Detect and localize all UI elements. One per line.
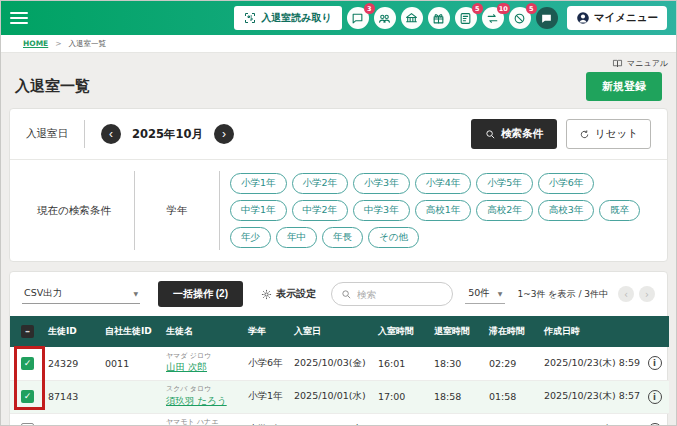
bulk-action-button[interactable]: 一括操作 (2) xyxy=(158,281,243,307)
page-title: 入退室一覧 xyxy=(15,77,90,96)
grade-chip[interactable]: 高校2年 xyxy=(476,200,533,221)
col-stay-time: 滞在時間 xyxy=(486,316,541,347)
table-row: ✓ 24329 0011 ヤマダ ジロウ 山田 次郎 小学6年 2025/10/… xyxy=(10,347,669,380)
chat-button[interactable]: 3 xyxy=(347,7,369,29)
page-size-select[interactable]: 50件 ▼ xyxy=(465,284,505,304)
my-menu-button[interactable]: マイメニュー xyxy=(567,6,667,30)
grade-chip[interactable]: 小学3年 xyxy=(353,173,410,194)
manual-link[interactable]: マニュアル xyxy=(627,58,668,69)
breadcrumb-home-link[interactable]: HOME xyxy=(23,39,48,48)
search-conditions-label: 検索条件 xyxy=(501,127,543,141)
toolbar-prev-button[interactable]: ‹ xyxy=(618,286,634,302)
cell-created-at: 2025/10/23(木) 8:58 xyxy=(541,413,640,426)
divider xyxy=(219,171,220,250)
manual-book-icon xyxy=(612,59,623,68)
grade-chip[interactable]: 年長 xyxy=(322,227,363,248)
cell-student-id: 24329 xyxy=(45,347,102,380)
gift-button[interactable] xyxy=(428,7,450,29)
checklist-button[interactable]: 5 xyxy=(455,7,477,29)
col-company-student-id: 自社生徒ID xyxy=(102,316,163,347)
checklist-badge: 5 xyxy=(472,3,483,14)
transfer-button[interactable]: 10 xyxy=(482,7,504,29)
message-button[interactable] xyxy=(536,7,558,29)
grade-chip[interactable]: 既卒 xyxy=(599,200,640,221)
row-checkbox-checked[interactable]: ✓ xyxy=(21,390,34,403)
entry-date-label: 入退室日 xyxy=(26,127,68,141)
cell-grade: 小学1年 xyxy=(245,380,291,413)
table-row: ✓ 87143 スクバ タロウ 須玖羽 たろう 小学1年 2025/10/01(… xyxy=(10,380,669,413)
grade-chip[interactable]: 小学1年 xyxy=(230,173,287,194)
transfer-icon xyxy=(486,12,499,25)
app-header: 入退室読み取り 3 5 10 5 マイメニュー xyxy=(1,1,676,35)
grade-chip[interactable]: 高校1年 xyxy=(415,200,472,221)
building-button[interactable] xyxy=(401,7,423,29)
cell-grade: 小学6年 xyxy=(245,347,291,380)
breadcrumb-current: 入退室一覧 xyxy=(69,39,107,49)
entry-exit-scan-button[interactable]: 入退室読み取り xyxy=(234,6,341,30)
grade-chip[interactable]: 高校3年 xyxy=(538,200,595,221)
col-grade: 学年 xyxy=(245,316,291,347)
checklist-icon xyxy=(459,12,472,25)
grade-chip[interactable]: 年中 xyxy=(276,227,317,248)
current-conditions-label: 現在の検索条件 xyxy=(24,171,124,250)
display-settings-label: 表示設定 xyxy=(276,287,316,301)
month-next-button[interactable]: › xyxy=(214,124,234,144)
csv-export-select[interactable]: CSV出力 ▼ xyxy=(22,284,140,304)
scan-button-label: 入退室読み取り xyxy=(261,11,331,25)
qr-scan-icon xyxy=(244,12,256,24)
reset-button[interactable]: リセット xyxy=(566,119,651,149)
grade-chip[interactable]: 小学6年 xyxy=(538,173,595,194)
csv-export-label: CSV出力 xyxy=(24,287,62,300)
student-name-link[interactable]: 須玖羽 たろう xyxy=(166,395,227,406)
cell-stay-time: 01:24 xyxy=(486,413,541,426)
search-icon xyxy=(341,289,352,300)
grade-chip[interactable]: その他 xyxy=(368,227,419,248)
grade-chip[interactable]: 中学1年 xyxy=(230,200,287,221)
toolbar-next-button[interactable]: › xyxy=(639,286,655,302)
row-checkbox-checked[interactable]: ✓ xyxy=(21,357,34,370)
hamburger-menu-icon[interactable] xyxy=(10,12,28,24)
select-all-checkbox[interactable]: – xyxy=(21,325,34,338)
cell-entry-date: 2025/10/03(金) xyxy=(291,347,375,380)
cell-exit-time: 16:06 xyxy=(431,413,486,426)
col-exit-time: 退室時間 xyxy=(431,316,486,347)
gift-icon xyxy=(432,12,445,25)
manual-row: マニュアル xyxy=(9,56,668,71)
grade-chip[interactable]: 中学3年 xyxy=(353,200,410,221)
block-button[interactable]: 5 xyxy=(509,7,531,29)
breadcrumb-separator: > xyxy=(55,39,61,48)
cell-company-id xyxy=(102,380,163,413)
cell-created-at: 2025/10/23(木) 8:57 xyxy=(541,380,640,413)
grade-chip[interactable]: 小学4年 xyxy=(415,173,472,194)
refresh-icon xyxy=(579,129,590,140)
grade-label: 学年 xyxy=(145,171,209,250)
table-search-input[interactable] xyxy=(357,289,443,300)
row-info-icon[interactable]: i xyxy=(648,423,662,426)
table-search-box[interactable] xyxy=(331,282,453,306)
grade-chip[interactable]: 年少 xyxy=(230,227,271,248)
display-settings-button[interactable]: 表示設定 xyxy=(261,287,316,301)
student-kana: スクバ タロウ xyxy=(166,385,242,394)
my-menu-label: マイメニュー xyxy=(594,11,658,25)
divider xyxy=(134,171,135,250)
grade-chip[interactable]: 小学2年 xyxy=(292,173,349,194)
search-conditions-button[interactable]: 検索条件 xyxy=(471,119,557,149)
month-prev-button[interactable]: ‹ xyxy=(101,124,121,144)
block-badge: 5 xyxy=(526,3,537,14)
grade-chip[interactable]: 中学2年 xyxy=(292,200,349,221)
row-info-icon[interactable]: i xyxy=(648,356,662,370)
cell-entry-date: 2025/10/01(水) xyxy=(291,380,375,413)
people-button[interactable] xyxy=(374,7,396,29)
cell-entry-time: 17:00 xyxy=(375,380,431,413)
grade-chip[interactable]: 小学5年 xyxy=(476,173,533,194)
cell-stay-time: 01:58 xyxy=(486,380,541,413)
chat-icon xyxy=(351,12,364,25)
cell-created-at: 2025/10/23(木) 8:59 xyxy=(541,347,640,380)
month-value: 2025年10月 xyxy=(132,127,203,142)
student-name-link[interactable]: 山田 次郎 xyxy=(166,361,207,372)
search-icon xyxy=(485,129,496,140)
row-info-icon[interactable]: i xyxy=(648,390,662,404)
chat-badge: 3 xyxy=(364,3,375,14)
new-register-button[interactable]: 新規登録 xyxy=(586,72,662,101)
page-size-value: 50件 xyxy=(468,287,490,300)
